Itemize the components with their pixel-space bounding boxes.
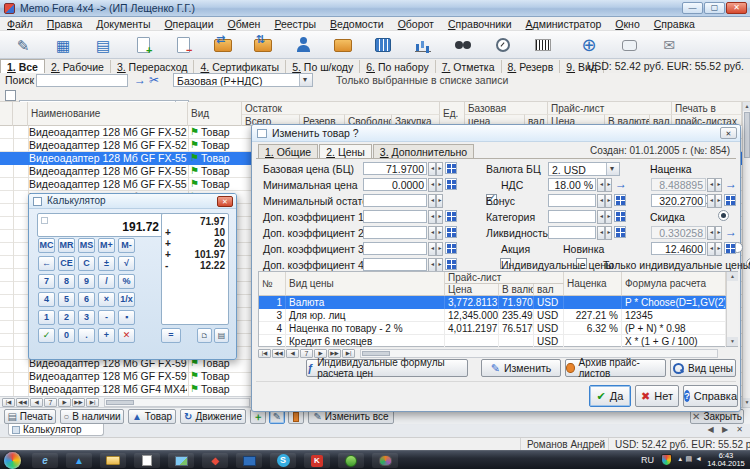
apply-arrow-icon[interactable]: → [725,225,737,239]
nav-next-page-button[interactable]: ▶▶ [72,398,85,407]
col-num[interactable]: № [259,272,286,296]
taskbar-app-internet-explorer[interactable]: e [32,453,58,468]
calc-key-backspace[interactable]: ← [38,256,55,271]
calc-key-sqrt[interactable]: √ [118,256,135,271]
hidden-icons-arrow[interactable]: ▴ [678,455,682,463]
view-tab-overuse[interactable]: 3. Перерасход [111,60,195,73]
dock-controls[interactable]: ◀ ▶ ✕ [708,425,746,434]
product-button[interactable]: ▲Товар [128,409,176,424]
search-go-icon[interactable]: → [134,73,146,87]
calc-key-7[interactable]: 7 [38,274,55,289]
menu-registers[interactable]: Реестры [267,17,323,30]
calc-key-0[interactable]: 0 [58,328,75,343]
spin-down-button[interactable] [428,178,436,192]
dialog-tab-prices[interactable]: 2. Цены [319,144,372,158]
spin-up-button[interactable] [715,178,723,192]
payment-toolbar-button[interactable]: ▦ [46,32,80,58]
base-price-input[interactable]: 71.9700 [363,162,427,175]
min-stock-input[interactable] [363,194,427,207]
grid-lookup-icon[interactable] [445,258,457,270]
calc-key-4[interactable]: 4 [38,292,55,307]
view-tab-by-barcode[interactable]: 5. По ш/коду [286,60,360,73]
nav-prev-page-button[interactable]: ◀◀ [272,349,285,358]
chart-toolbar-button[interactable] [406,32,440,58]
col-in-currency[interactable]: В валюте [499,284,534,296]
calc-key-equals[interactable]: = [161,328,181,343]
col-price[interactable]: Цена [445,284,499,296]
view-tab-by-set[interactable]: 6. По набору [360,60,435,73]
spin-up-button[interactable] [605,194,613,208]
nav-position[interactable]: 7 [300,349,313,358]
maximize-button[interactable]: ▢ [704,2,725,14]
dropdown-arrow-icon[interactable] [299,74,312,86]
dialog-close-button[interactable]: ✕ [720,127,737,139]
nav-prev-button[interactable]: ◀ [30,398,43,407]
view-tab-all[interactable]: 1. Все [0,59,45,73]
nav-first-button[interactable]: |◀ [2,398,15,407]
spin-down-button[interactable] [597,226,605,240]
taskbar-app-game[interactable] [338,453,364,468]
grid-lookup-icon[interactable] [445,210,457,222]
grid-lookup-icon[interactable] [445,178,457,190]
spin-down-button[interactable] [707,194,715,208]
cash-register-toolbar-button[interactable]: ▤ [86,32,120,58]
spin-up-button[interactable] [436,162,444,176]
vertical-scrollbar[interactable]: ▲ ▼ [742,102,750,407]
currency-select[interactable]: 2. USD [548,162,620,176]
spin-up-button[interactable] [605,210,613,224]
spin-up-button[interactable] [436,194,444,208]
spin-down-button[interactable] [707,242,715,256]
spin-down-button[interactable] [707,178,715,192]
calc-key-plusminus[interactable]: ± [98,256,115,271]
menu-window[interactable]: Окно [608,17,646,30]
taskbar-app-folder[interactable] [100,453,126,468]
movement-button[interactable]: ↻Движение [180,409,246,424]
no-button[interactable]: ✖ Нет [635,385,679,407]
header-kind[interactable]: Вид [188,102,242,126]
exchange-toolbar-button[interactable]: ⇄ [206,32,240,58]
spin-down-button[interactable] [428,258,436,272]
taskbar-app-photos[interactable] [168,453,194,468]
coef4-input[interactable] [363,258,427,271]
web-toolbar-button[interactable]: ⊕ [572,32,606,58]
table-vertical-scrollbar[interactable]: ▲ ▼ [726,272,738,346]
spin-up-button[interactable] [436,226,444,240]
calc-key-9[interactable]: 9 [78,274,95,289]
chat-toolbar-button[interactable] [612,32,646,58]
edit-price-button[interactable]: ✎ Изменить [481,359,561,377]
search-input[interactable] [36,74,128,87]
taskbar-app-antivirus[interactable]: K [304,453,330,468]
spin-down-button[interactable] [428,242,436,256]
spin-down-button[interactable] [597,178,605,192]
search-toolbar-button[interactable] [446,32,480,58]
stock-move-toolbar-button[interactable]: ⇅ [246,32,280,58]
menu-directories[interactable]: Справочники [441,17,519,30]
price-row-selected[interactable]: 1 Валюта 3,772.8113 71.9700 USD P * Choo… [259,296,726,309]
language-indicator[interactable]: RU [641,455,654,465]
individual-formulas-button[interactable]: ƒ Индивидуальные формулы расчета цен [306,359,468,377]
col-markup[interactable]: Наценка [564,272,622,296]
start-button[interactable] [4,452,21,469]
taskbar-app-skype[interactable]: S [270,453,296,468]
spin-down-button[interactable] [428,226,436,240]
price-row[interactable]: 3 Для юр. лиц 12,345.0000 235.4927 USD 2… [259,309,726,322]
spin-up-button[interactable] [715,242,723,256]
category-input[interactable] [548,210,596,223]
person-toolbar-button[interactable] [286,32,320,58]
nav-position[interactable]: 7 [44,398,57,407]
calc-key-mplus[interactable]: M+ [98,238,115,253]
markup-percent-input[interactable]: 8.488895 [651,178,706,191]
print-button[interactable]: ▤Печать [4,409,56,424]
calc-key-1[interactable]: 1 [38,310,55,325]
menu-statements[interactable]: Ведомости [323,17,391,30]
taskbar-app-icon[interactable]: ▲ [66,453,92,468]
grid-lookup-icon[interactable] [724,242,736,254]
grid-lookup-icon[interactable] [614,210,626,222]
calc-key-mc[interactable]: MC [38,238,55,253]
dialog-tab-general[interactable]: 1. Общие [258,144,318,158]
dropdown-arrow-icon[interactable] [606,163,619,175]
taskbar-app-media[interactable]: ◆ [202,453,228,468]
vat-input[interactable]: 18.00 % [548,178,596,191]
menu-operations[interactable]: Операции [157,17,220,30]
calc-key-mr[interactable]: MR [58,238,75,253]
